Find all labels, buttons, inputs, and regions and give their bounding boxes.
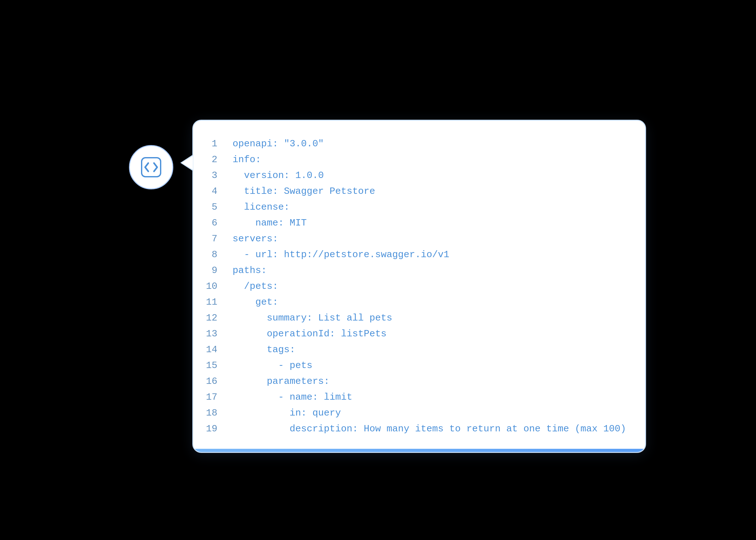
- line-content: summary: List all pets: [232, 310, 626, 326]
- code-brackets-icon: [140, 156, 162, 178]
- line-number: 1: [206, 136, 232, 152]
- code-line: 13 operationId: listPets: [206, 326, 626, 342]
- line-content: servers:: [232, 231, 626, 247]
- line-content: info:: [232, 152, 626, 168]
- line-number: 5: [206, 199, 232, 215]
- line-number: 2: [206, 152, 232, 168]
- code-line: 5 license:: [206, 199, 626, 215]
- line-content: - name: limit: [232, 389, 626, 405]
- left-panel: [110, 120, 192, 198]
- code-line: 9paths:: [206, 263, 626, 278]
- code-line: 3 version: 1.0.0: [206, 168, 626, 183]
- line-content: title: Swagger Petstore: [232, 183, 626, 199]
- line-content: - pets: [232, 357, 626, 373]
- code-table: 1openapi: "3.0.0"2info:3 version: 1.0.04…: [206, 136, 626, 437]
- line-content: version: 1.0.0: [232, 168, 626, 183]
- code-line: 6 name: MIT: [206, 215, 626, 231]
- code-line: 19 description: How many items to return…: [206, 421, 626, 437]
- line-content: description: How many items to return at…: [232, 421, 626, 437]
- line-number: 17: [206, 389, 232, 405]
- line-content: tags:: [232, 342, 626, 357]
- code-line: 11 get:: [206, 294, 626, 310]
- line-number: 9: [206, 263, 232, 278]
- line-content: get:: [232, 294, 626, 310]
- line-content: license:: [232, 199, 626, 215]
- line-number: 18: [206, 405, 232, 421]
- code-line: 16 parameters:: [206, 373, 626, 389]
- code-line: 2info:: [206, 152, 626, 168]
- line-number: 12: [206, 310, 232, 326]
- line-content: operationId: listPets: [232, 326, 626, 342]
- bubble-pointer: [180, 155, 193, 171]
- line-content: name: MIT: [232, 215, 626, 231]
- code-line: 8 - url: http://petstore.swagger.io/v1: [206, 247, 626, 263]
- code-panel: 1openapi: "3.0.0"2info:3 version: 1.0.04…: [192, 120, 646, 453]
- line-content: parameters:: [232, 373, 626, 389]
- line-content: paths:: [232, 263, 626, 278]
- line-number: 15: [206, 357, 232, 373]
- code-line: 4 title: Swagger Petstore: [206, 183, 626, 199]
- line-number: 13: [206, 326, 232, 342]
- line-number: 6: [206, 215, 232, 231]
- line-content: openapi: "3.0.0": [232, 136, 626, 152]
- code-line: 1openapi: "3.0.0": [206, 136, 626, 152]
- line-number: 14: [206, 342, 232, 357]
- line-number: 16: [206, 373, 232, 389]
- line-number: 11: [206, 294, 232, 310]
- line-content: - url: http://petstore.swagger.io/v1: [232, 247, 626, 263]
- line-number: 7: [206, 231, 232, 247]
- line-number: 4: [206, 183, 232, 199]
- code-line: 7servers:: [206, 231, 626, 247]
- line-number: 19: [206, 421, 232, 437]
- line-number: 3: [206, 168, 232, 183]
- bubble-wrapper: 1openapi: "3.0.0"2info:3 version: 1.0.04…: [192, 120, 646, 453]
- line-content: /pets:: [232, 278, 626, 294]
- icon-circle: [129, 145, 173, 190]
- code-line: 18 in: query: [206, 405, 626, 421]
- line-content: in: query: [232, 405, 626, 421]
- main-scene: 1openapi: "3.0.0"2info:3 version: 1.0.04…: [156, 120, 600, 421]
- code-line: 12 summary: List all pets: [206, 310, 626, 326]
- code-line: 17 - name: limit: [206, 389, 626, 405]
- code-line: 10 /pets:: [206, 278, 626, 294]
- code-line: 15 - pets: [206, 357, 626, 373]
- code-line: 14 tags:: [206, 342, 626, 357]
- line-number: 10: [206, 278, 232, 294]
- line-number: 8: [206, 247, 232, 263]
